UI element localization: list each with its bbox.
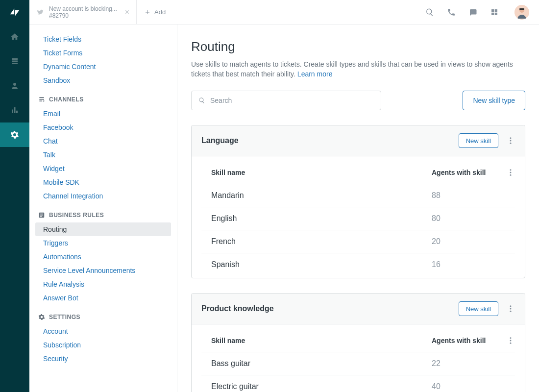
col-agents: Agents with skill [432,169,500,176]
svg-point-3 [510,137,512,139]
kebab-icon[interactable] [506,136,515,145]
skill-count: 40 [432,382,500,391]
rail-home[interactable] [0,24,29,49]
svg-point-8 [510,174,512,176]
svg-point-7 [510,172,512,173]
section-header: CHANNELS [29,87,177,107]
rail-admin[interactable] [0,122,29,147]
avatar[interactable] [514,5,529,20]
svg-rect-2 [519,8,524,10]
sidebar-item[interactable]: Sandbox [29,74,177,87]
tab-text: New account is blocking... #82790 [49,5,117,19]
sidebar-item[interactable]: Ticket Fields [29,32,177,46]
twitter-icon [36,8,44,16]
skill-name: Mandarin [201,191,432,200]
sidebar-item[interactable]: Security [29,352,177,366]
top-bar: New account is blocking... #82790 × Add [29,0,539,24]
learn-more-link[interactable]: Learn more [297,70,333,78]
sidebar-item[interactable]: Subscription [29,338,177,352]
kebab-icon[interactable] [506,168,515,177]
sidebar-item[interactable]: Service Level Announcements [29,264,177,277]
card-header: Product knowledge New skill [192,294,525,324]
skill-count: 20 [432,237,500,246]
skill-count: 88 [432,191,500,200]
close-icon[interactable]: × [125,8,129,17]
sidebar-item[interactable]: Ticket Forms [29,46,177,60]
skill-count: 16 [432,260,500,269]
rail-reports[interactable] [0,98,29,122]
sidebar-item[interactable]: Chat [29,134,177,148]
main-content: Routing Use skills to match agents to ti… [177,24,539,392]
skill-name: Bass guitar [201,359,432,368]
svg-point-9 [510,305,512,307]
skill-group-card: Product knowledge New skill Skill name A… [191,293,525,392]
sidebar-item[interactable]: Widget [29,162,177,175]
svg-point-14 [510,343,512,344]
settings-icon [38,314,45,320]
kebab-icon[interactable] [506,336,515,345]
add-tab-button[interactable]: Add [137,8,173,16]
card-body: Skill name Agents with skill Bass guitar… [192,324,525,392]
sidebar-item[interactable]: Mobile SDK [29,175,177,189]
section-header: SETTINGS [29,305,177,324]
card-body: Skill name Agents with skill Mandarin 88… [192,156,525,278]
sidebar-item[interactable]: Automations [29,250,177,264]
new-skill-button[interactable]: New skill [459,301,498,316]
svg-point-5 [510,143,512,144]
section-header: BUSINESS RULES [29,203,177,222]
svg-point-10 [510,308,512,310]
card-title: Product knowledge [201,304,459,313]
phone-icon[interactable] [447,8,456,17]
skill-row[interactable]: Spanish 16 [201,253,515,276]
chat-icon[interactable] [468,8,477,17]
tab-title: New account is blocking... [49,5,117,12]
sidebar-item[interactable]: Rule Analysis [29,277,177,291]
sidebar-item[interactable]: Dynamic Content [29,60,177,74]
col-skill: Skill name [201,169,432,176]
skill-row[interactable]: Electric guitar 40 [201,375,515,392]
page-title: Routing [191,39,525,54]
skill-row[interactable]: Mandarin 88 [201,184,515,207]
svg-point-12 [510,337,512,339]
svg-point-13 [510,340,512,342]
sidebar-item[interactable]: Channel Integration [29,189,177,203]
plus-icon [145,9,150,15]
ticket-tab[interactable]: New account is blocking... #82790 × [29,0,137,24]
sidebar-item[interactable]: Answer Bot [29,291,177,305]
rules-icon [38,212,45,219]
rail-views[interactable] [0,49,29,74]
skill-row[interactable]: Bass guitar 22 [201,352,515,375]
channels-icon [38,96,45,103]
skill-name: English [201,214,432,223]
skill-name: French [201,237,432,246]
brand-logo [0,0,29,24]
sidebar-item[interactable]: Email [29,107,177,121]
new-skill-button[interactable]: New skill [459,133,498,148]
sidebar-item[interactable]: Triggers [29,236,177,250]
add-label: Add [154,8,166,16]
sidebar-item[interactable]: Routing [35,222,171,236]
skill-count: 22 [432,359,500,368]
kebab-icon[interactable] [506,304,515,313]
rail-customers[interactable] [0,74,29,98]
skill-row[interactable]: English 80 [201,207,515,230]
nav-rail [0,0,29,392]
sidebar-item[interactable]: Talk [29,148,177,162]
col-skill: Skill name [201,337,432,344]
svg-point-11 [510,311,512,312]
search-icon [198,97,205,104]
top-icons [425,5,529,20]
col-agents: Agents with skill [432,337,500,344]
sidebar-item[interactable]: Facebook [29,121,177,134]
skill-count: 80 [432,214,500,223]
table-header: Skill name Agents with skill [201,161,515,184]
search-box[interactable] [191,91,381,110]
new-skill-type-button[interactable]: New skill type [463,91,525,110]
page-description: Use skills to match agents to tickets. C… [191,59,524,79]
skill-row[interactable]: French 20 [201,230,515,253]
search-input[interactable] [210,97,374,104]
sidebar-item[interactable]: Account [29,324,177,338]
tab-subtitle: #82790 [49,12,117,19]
apps-icon[interactable] [490,8,499,17]
search-icon[interactable] [425,8,434,17]
